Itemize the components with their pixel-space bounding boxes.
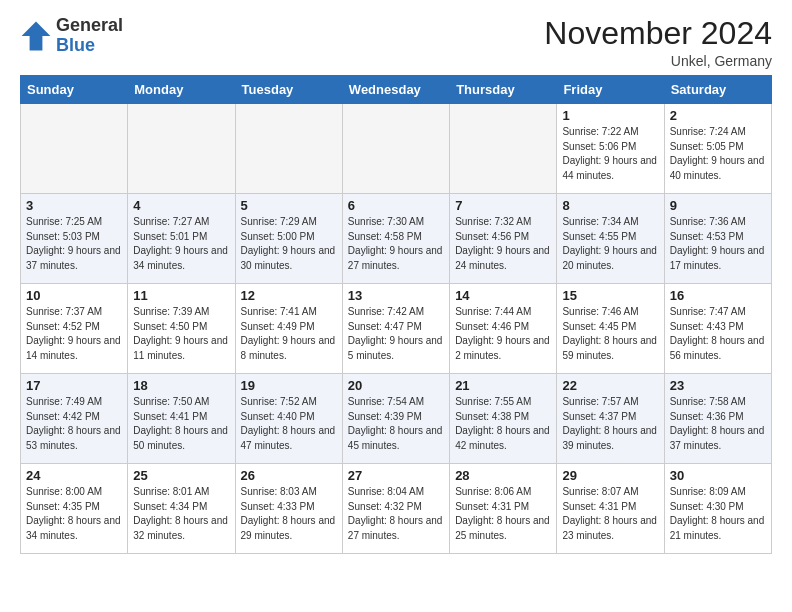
day-info: Sunrise: 7:32 AM Sunset: 4:56 PM Dayligh… bbox=[455, 215, 551, 273]
day-number: 23 bbox=[670, 378, 766, 393]
day-info: Sunrise: 7:24 AM Sunset: 5:05 PM Dayligh… bbox=[670, 125, 766, 183]
day-number: 30 bbox=[670, 468, 766, 483]
day-number: 24 bbox=[26, 468, 122, 483]
day-number: 12 bbox=[241, 288, 337, 303]
table-row: 18Sunrise: 7:50 AM Sunset: 4:41 PM Dayli… bbox=[128, 374, 235, 464]
svg-marker-0 bbox=[22, 21, 51, 50]
table-row: 5Sunrise: 7:29 AM Sunset: 5:00 PM Daylig… bbox=[235, 194, 342, 284]
day-number: 4 bbox=[133, 198, 229, 213]
day-number: 28 bbox=[455, 468, 551, 483]
col-tuesday: Tuesday bbox=[235, 76, 342, 104]
title-block: November 2024 Unkel, Germany bbox=[544, 16, 772, 69]
day-info: Sunrise: 8:03 AM Sunset: 4:33 PM Dayligh… bbox=[241, 485, 337, 543]
day-info: Sunrise: 7:29 AM Sunset: 5:00 PM Dayligh… bbox=[241, 215, 337, 273]
day-number: 29 bbox=[562, 468, 658, 483]
table-row: 26Sunrise: 8:03 AM Sunset: 4:33 PM Dayli… bbox=[235, 464, 342, 554]
table-row: 17Sunrise: 7:49 AM Sunset: 4:42 PM Dayli… bbox=[21, 374, 128, 464]
day-info: Sunrise: 8:09 AM Sunset: 4:30 PM Dayligh… bbox=[670, 485, 766, 543]
table-row: 1Sunrise: 7:22 AM Sunset: 5:06 PM Daylig… bbox=[557, 104, 664, 194]
table-row: 23Sunrise: 7:58 AM Sunset: 4:36 PM Dayli… bbox=[664, 374, 771, 464]
logo: General Blue bbox=[20, 16, 123, 56]
day-number: 18 bbox=[133, 378, 229, 393]
day-number: 27 bbox=[348, 468, 444, 483]
table-row: 2Sunrise: 7:24 AM Sunset: 5:05 PM Daylig… bbox=[664, 104, 771, 194]
table-row: 22Sunrise: 7:57 AM Sunset: 4:37 PM Dayli… bbox=[557, 374, 664, 464]
table-row: 6Sunrise: 7:30 AM Sunset: 4:58 PM Daylig… bbox=[342, 194, 449, 284]
day-info: Sunrise: 8:04 AM Sunset: 4:32 PM Dayligh… bbox=[348, 485, 444, 543]
table-row bbox=[21, 104, 128, 194]
table-row: 4Sunrise: 7:27 AM Sunset: 5:01 PM Daylig… bbox=[128, 194, 235, 284]
table-row: 25Sunrise: 8:01 AM Sunset: 4:34 PM Dayli… bbox=[128, 464, 235, 554]
day-number: 25 bbox=[133, 468, 229, 483]
day-number: 1 bbox=[562, 108, 658, 123]
day-info: Sunrise: 7:41 AM Sunset: 4:49 PM Dayligh… bbox=[241, 305, 337, 363]
day-info: Sunrise: 8:00 AM Sunset: 4:35 PM Dayligh… bbox=[26, 485, 122, 543]
day-number: 21 bbox=[455, 378, 551, 393]
calendar-week-row: 3Sunrise: 7:25 AM Sunset: 5:03 PM Daylig… bbox=[21, 194, 772, 284]
col-thursday: Thursday bbox=[450, 76, 557, 104]
day-info: Sunrise: 7:30 AM Sunset: 4:58 PM Dayligh… bbox=[348, 215, 444, 273]
header: General Blue November 2024 Unkel, German… bbox=[20, 16, 772, 69]
table-row: 11Sunrise: 7:39 AM Sunset: 4:50 PM Dayli… bbox=[128, 284, 235, 374]
table-row bbox=[342, 104, 449, 194]
table-row: 12Sunrise: 7:41 AM Sunset: 4:49 PM Dayli… bbox=[235, 284, 342, 374]
table-row bbox=[128, 104, 235, 194]
table-row: 21Sunrise: 7:55 AM Sunset: 4:38 PM Dayli… bbox=[450, 374, 557, 464]
day-number: 13 bbox=[348, 288, 444, 303]
day-number: 6 bbox=[348, 198, 444, 213]
table-row: 16Sunrise: 7:47 AM Sunset: 4:43 PM Dayli… bbox=[664, 284, 771, 374]
day-info: Sunrise: 7:49 AM Sunset: 4:42 PM Dayligh… bbox=[26, 395, 122, 453]
day-info: Sunrise: 7:39 AM Sunset: 4:50 PM Dayligh… bbox=[133, 305, 229, 363]
col-friday: Friday bbox=[557, 76, 664, 104]
day-number: 10 bbox=[26, 288, 122, 303]
logo-general: General bbox=[56, 15, 123, 35]
table-row: 7Sunrise: 7:32 AM Sunset: 4:56 PM Daylig… bbox=[450, 194, 557, 284]
calendar-week-row: 1Sunrise: 7:22 AM Sunset: 5:06 PM Daylig… bbox=[21, 104, 772, 194]
day-number: 14 bbox=[455, 288, 551, 303]
day-info: Sunrise: 7:54 AM Sunset: 4:39 PM Dayligh… bbox=[348, 395, 444, 453]
col-wednesday: Wednesday bbox=[342, 76, 449, 104]
day-info: Sunrise: 7:47 AM Sunset: 4:43 PM Dayligh… bbox=[670, 305, 766, 363]
day-number: 11 bbox=[133, 288, 229, 303]
table-row bbox=[235, 104, 342, 194]
day-number: 26 bbox=[241, 468, 337, 483]
col-saturday: Saturday bbox=[664, 76, 771, 104]
day-info: Sunrise: 7:52 AM Sunset: 4:40 PM Dayligh… bbox=[241, 395, 337, 453]
col-sunday: Sunday bbox=[21, 76, 128, 104]
day-number: 2 bbox=[670, 108, 766, 123]
table-row: 14Sunrise: 7:44 AM Sunset: 4:46 PM Dayli… bbox=[450, 284, 557, 374]
month-title: November 2024 bbox=[544, 16, 772, 51]
table-row: 29Sunrise: 8:07 AM Sunset: 4:31 PM Dayli… bbox=[557, 464, 664, 554]
day-info: Sunrise: 7:57 AM Sunset: 4:37 PM Dayligh… bbox=[562, 395, 658, 453]
logo-icon bbox=[20, 20, 52, 52]
day-number: 3 bbox=[26, 198, 122, 213]
day-number: 19 bbox=[241, 378, 337, 393]
day-number: 16 bbox=[670, 288, 766, 303]
day-info: Sunrise: 7:42 AM Sunset: 4:47 PM Dayligh… bbox=[348, 305, 444, 363]
day-info: Sunrise: 7:50 AM Sunset: 4:41 PM Dayligh… bbox=[133, 395, 229, 453]
calendar-header-row: Sunday Monday Tuesday Wednesday Thursday… bbox=[21, 76, 772, 104]
col-monday: Monday bbox=[128, 76, 235, 104]
day-info: Sunrise: 7:27 AM Sunset: 5:01 PM Dayligh… bbox=[133, 215, 229, 273]
table-row: 10Sunrise: 7:37 AM Sunset: 4:52 PM Dayli… bbox=[21, 284, 128, 374]
day-info: Sunrise: 7:58 AM Sunset: 4:36 PM Dayligh… bbox=[670, 395, 766, 453]
subtitle: Unkel, Germany bbox=[544, 53, 772, 69]
day-info: Sunrise: 7:34 AM Sunset: 4:55 PM Dayligh… bbox=[562, 215, 658, 273]
day-info: Sunrise: 8:06 AM Sunset: 4:31 PM Dayligh… bbox=[455, 485, 551, 543]
table-row: 3Sunrise: 7:25 AM Sunset: 5:03 PM Daylig… bbox=[21, 194, 128, 284]
table-row: 27Sunrise: 8:04 AM Sunset: 4:32 PM Dayli… bbox=[342, 464, 449, 554]
calendar-week-row: 10Sunrise: 7:37 AM Sunset: 4:52 PM Dayli… bbox=[21, 284, 772, 374]
table-row: 15Sunrise: 7:46 AM Sunset: 4:45 PM Dayli… bbox=[557, 284, 664, 374]
table-row: 20Sunrise: 7:54 AM Sunset: 4:39 PM Dayli… bbox=[342, 374, 449, 464]
table-row: 19Sunrise: 7:52 AM Sunset: 4:40 PM Dayli… bbox=[235, 374, 342, 464]
logo-text: General Blue bbox=[56, 16, 123, 56]
table-row: 8Sunrise: 7:34 AM Sunset: 4:55 PM Daylig… bbox=[557, 194, 664, 284]
calendar: Sunday Monday Tuesday Wednesday Thursday… bbox=[20, 75, 772, 554]
page: General Blue November 2024 Unkel, German… bbox=[0, 0, 792, 570]
day-info: Sunrise: 7:55 AM Sunset: 4:38 PM Dayligh… bbox=[455, 395, 551, 453]
calendar-week-row: 24Sunrise: 8:00 AM Sunset: 4:35 PM Dayli… bbox=[21, 464, 772, 554]
day-number: 5 bbox=[241, 198, 337, 213]
day-number: 9 bbox=[670, 198, 766, 213]
table-row: 28Sunrise: 8:06 AM Sunset: 4:31 PM Dayli… bbox=[450, 464, 557, 554]
day-info: Sunrise: 7:37 AM Sunset: 4:52 PM Dayligh… bbox=[26, 305, 122, 363]
